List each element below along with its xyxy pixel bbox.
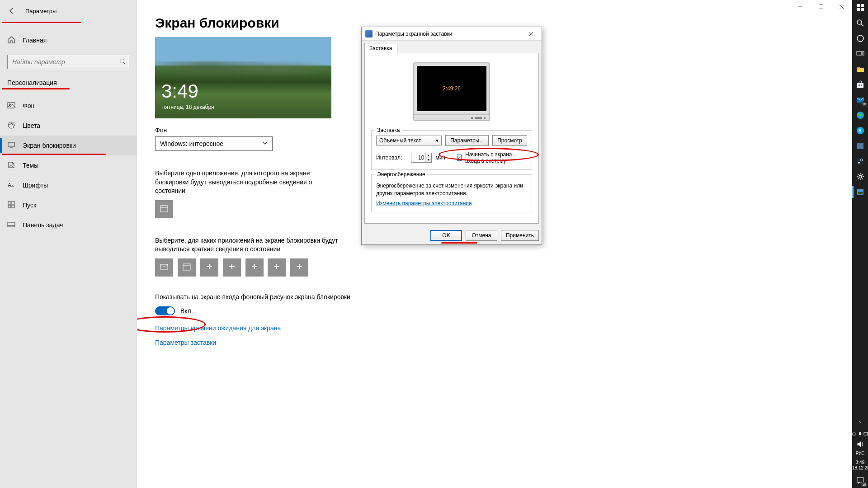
svg-rect-11 (8, 142, 14, 147)
params-button[interactable]: Параметры... (445, 135, 489, 146)
plus-icon (250, 262, 259, 272)
nav-colors[interactable]: Цвета (0, 116, 137, 136)
tab-screensaver[interactable]: Заставка (364, 43, 397, 53)
svg-rect-65 (859, 432, 861, 435)
search-input[interactable] (7, 55, 129, 69)
quick-tile-add[interactable] (223, 258, 241, 277)
svg-rect-63 (858, 192, 863, 194)
svg-rect-16 (12, 202, 14, 204)
tray-meet-mic-touch[interactable] (852, 429, 868, 439)
settings-button[interactable] (852, 169, 868, 184)
ok-button[interactable]: OK (430, 230, 462, 241)
svg-rect-18 (12, 205, 14, 208)
steam-button[interactable] (852, 154, 868, 169)
notifications-button[interactable]: 19 (852, 473, 868, 488)
taskbar: 18 S ‹ РУС 3:49 18.12.2020 19 (852, 0, 868, 488)
preview-clock: 3:49 (161, 80, 198, 102)
quick-tile-mail[interactable] (155, 258, 173, 277)
nav-list: Фон Цвета Экран блокировки Темы (0, 96, 137, 235)
svg-rect-21 (160, 206, 168, 212)
svg-rect-26 (183, 264, 190, 270)
tray-expand[interactable]: ‹ (852, 414, 868, 429)
quick-tile-add[interactable] (200, 258, 218, 277)
search-button[interactable] (852, 15, 868, 31)
svg-point-61 (859, 175, 862, 178)
svg-line-45 (861, 24, 863, 26)
search-box[interactable] (7, 55, 129, 69)
settings-window: Параметры Главная Персонализация Фон (0, 0, 852, 488)
svg-point-44 (857, 20, 862, 24)
apply-button[interactable]: Применить (501, 230, 539, 241)
store-button[interactable] (852, 77, 868, 92)
spin-down[interactable]: ▼ (425, 158, 431, 162)
svg-point-46 (857, 35, 863, 42)
annotation-underline (441, 242, 477, 244)
toggle-state: Вкл. (180, 307, 193, 314)
svg-rect-64 (853, 433, 855, 435)
svg-rect-40 (857, 4, 860, 7)
svg-text:A: A (11, 184, 14, 188)
link-screen-timeout[interactable]: Параметры времени ожидания для экрана (155, 324, 834, 332)
login-bg-toggle[interactable] (155, 306, 175, 315)
svg-point-58 (857, 158, 864, 165)
nav-fonts[interactable]: AA Шрифты (0, 175, 137, 195)
svg-line-5 (124, 63, 126, 65)
mail-icon (160, 262, 169, 272)
svg-rect-41 (861, 4, 864, 7)
running-app-button[interactable] (852, 184, 868, 200)
edge-button[interactable] (852, 108, 868, 123)
dialog-title: Параметры экранной заставки (375, 31, 453, 37)
interval-spinner[interactable]: ▲▼ (411, 153, 432, 163)
energy-link[interactable]: Изменить параметры электропитания (376, 200, 472, 206)
link-screensaver-settings[interactable]: Параметры заставки (155, 339, 834, 346)
calendar-icon (182, 262, 191, 272)
mail-button[interactable]: 18 (852, 92, 868, 108)
palette-icon (7, 121, 15, 131)
quick-tile-calendar[interactable] (178, 258, 196, 277)
start-button[interactable] (852, 0, 868, 15)
screensaver-combo[interactable]: Объемный текст ▾ (376, 136, 442, 145)
plus-icon (205, 262, 214, 272)
quick-tile-add[interactable] (245, 258, 264, 277)
interval-label: Интервал: (376, 155, 402, 161)
preview-date: пятница, 18 декабря (162, 104, 214, 110)
plus-icon (227, 262, 236, 272)
clock[interactable]: 3:49 18.12.2020 (852, 458, 868, 473)
nav-taskbar[interactable]: Панель задач (0, 215, 137, 235)
resume-checkbox[interactable]: ✓ (457, 155, 462, 161)
svg-rect-52 (861, 84, 862, 86)
svg-text:A: A (8, 182, 11, 188)
nav-lockscreen[interactable]: Экран блокировки (0, 136, 137, 155)
language-indicator[interactable]: РУС (852, 449, 868, 458)
volume-icon[interactable] (852, 439, 868, 449)
preview-button[interactable]: Просмотр (492, 135, 527, 146)
taskview-button[interactable] (852, 46, 868, 61)
home-icon (7, 36, 15, 45)
cortana-button[interactable] (852, 31, 868, 46)
explorer-button[interactable] (852, 61, 868, 77)
home-link[interactable]: Главная (0, 30, 137, 50)
sidebar: Параметры Главная Персонализация Фон (0, 0, 137, 488)
quick-tile-add[interactable] (290, 258, 308, 277)
svg-point-7 (9, 103, 11, 105)
dialog-titlebar[interactable]: Параметры экранной заставки (362, 27, 542, 41)
spin-up[interactable]: ▲ (425, 153, 431, 158)
dialog-icon (365, 30, 373, 38)
quick-tile-add[interactable] (268, 258, 286, 277)
dialog-close-button[interactable] (524, 29, 538, 38)
background-select[interactable]: Windows: интересное (155, 136, 273, 151)
app-button[interactable] (852, 138, 868, 154)
interval-input[interactable] (411, 153, 425, 162)
nav-themes[interactable]: Темы (0, 155, 137, 175)
nav-start[interactable]: Пуск (0, 195, 137, 215)
screensaver-dialog: Параметры экранной заставки Заставка 3:4… (361, 27, 542, 245)
detail-app-tile[interactable] (155, 200, 173, 218)
nav-background[interactable]: Фон (0, 96, 137, 116)
chevron-down-icon (262, 140, 268, 147)
chevron-down-icon: ▾ (436, 137, 439, 144)
back-button[interactable] (7, 6, 16, 15)
themes-icon (7, 161, 15, 170)
skype-button[interactable]: S (852, 123, 868, 138)
svg-rect-48 (863, 52, 864, 55)
cancel-button[interactable]: Отмена (466, 230, 497, 241)
